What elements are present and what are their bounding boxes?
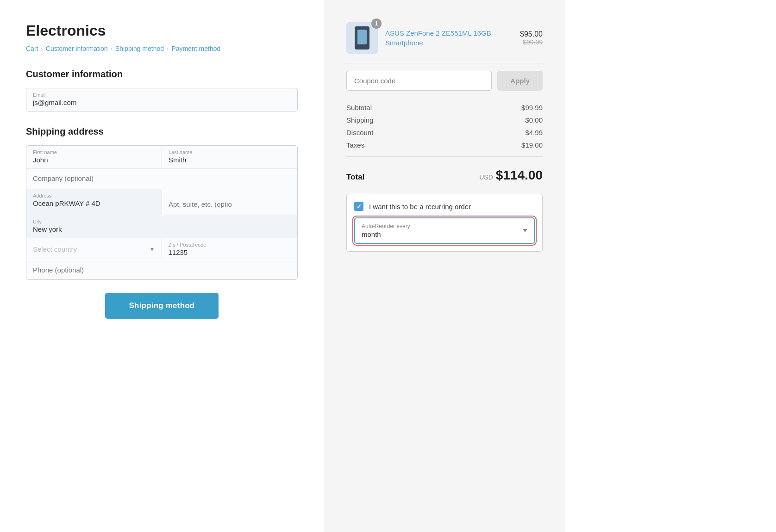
name-row: First name Last name — [26, 146, 297, 169]
zip-label: Zip / Postal code — [169, 242, 291, 247]
email-block: Email js@gmail.com — [26, 88, 298, 111]
email-value: js@gmail.com — [33, 99, 291, 106]
discount-label: Discount — [346, 129, 373, 136]
shipping-method-button[interactable]: Shipping method — [105, 293, 219, 319]
breadcrumb: Cart › Customer information › Shipping m… — [26, 45, 298, 52]
sep3: › — [167, 45, 169, 52]
auto-reorder-value: month — [362, 230, 410, 238]
total-amount: $114.00 — [496, 168, 543, 183]
address-input[interactable] — [33, 199, 155, 207]
auto-reorder-dropdown[interactable]: Auto-Reorder every month — [354, 217, 535, 244]
taxes-row: Taxes $19.00 — [346, 141, 543, 149]
city-label: City — [33, 219, 291, 224]
phone-row — [26, 261, 297, 279]
product-image-wrapper: 1 — [346, 22, 378, 54]
zip-cell: Zip / Postal code — [162, 238, 298, 261]
city-cell: City — [26, 215, 297, 238]
taxes-label: Taxes — [346, 141, 364, 149]
phone-input[interactable] — [33, 266, 291, 274]
coupon-row: Apply — [346, 71, 543, 91]
subtotal-row: Subtotal $99.99 — [346, 104, 543, 111]
zip-input[interactable] — [169, 248, 291, 256]
total-row: Total USD $114.00 — [346, 164, 543, 183]
email-label: Email — [33, 92, 291, 98]
last-name-input[interactable] — [169, 156, 291, 164]
recurring-label: I want this to be a recurring order — [369, 203, 471, 210]
taxes-value: $19.00 — [521, 141, 543, 149]
company-input[interactable] — [33, 173, 291, 184]
totals-block: Subtotal $99.99 Shipping $0.00 Discount … — [346, 104, 543, 183]
company-row — [26, 169, 297, 189]
recurring-block: I want this to be a recurring order Auto… — [346, 194, 543, 252]
country-zip-row: Select country ▼ Zip / Postal code — [26, 238, 297, 261]
price-current: $95.00 — [520, 30, 543, 38]
address-label: Address — [33, 193, 155, 198]
first-name-label: First name — [33, 149, 155, 155]
total-value-wrapper: USD $114.00 — [479, 168, 543, 183]
address-cell: Address — [26, 189, 162, 215]
sep2: › — [111, 45, 113, 52]
apt-cell — [162, 189, 297, 215]
right-panel: 1 ASUS ZenFone 2 ZE551ML 16GB Smartphone… — [324, 0, 565, 532]
recurring-checkbox[interactable] — [354, 202, 363, 211]
auto-reorder-text: Auto-Reorder every month — [362, 223, 410, 238]
sep1: › — [41, 45, 43, 52]
price-original: $99.99 — [520, 38, 543, 46]
auto-reorder-label: Auto-Reorder every — [362, 223, 410, 229]
first-name-cell: First name — [26, 146, 162, 168]
first-name-input[interactable] — [33, 156, 155, 164]
store-title: Electronics — [26, 22, 298, 39]
product-badge: 1 — [371, 19, 382, 29]
address-row: Address — [26, 189, 297, 215]
apt-input[interactable] — [169, 193, 291, 210]
phone-cell — [26, 261, 297, 279]
discount-row: Discount $4.99 — [346, 129, 543, 136]
product-row: 1 ASUS ZenFone 2 ZE551ML 16GB Smartphone… — [346, 22, 543, 54]
apply-button[interactable]: Apply — [497, 71, 543, 91]
subtotal-label: Subtotal — [346, 104, 372, 111]
company-cell — [26, 169, 297, 189]
shipping-row: Shipping $0.00 — [346, 116, 543, 124]
shipping-label: Shipping — [346, 116, 373, 124]
total-label: Total — [346, 173, 364, 182]
recurring-checkbox-row: I want this to be a recurring order — [354, 202, 535, 211]
breadcrumb-cart[interactable]: Cart — [26, 45, 38, 52]
customer-info-title: Customer information — [26, 69, 298, 80]
phone-icon — [355, 26, 369, 49]
last-name-label: Last name — [169, 149, 291, 155]
last-name-cell: Last name — [162, 146, 297, 168]
address-block: First name Last name Address — [26, 145, 298, 280]
product-prices: $95.00 $99.99 — [520, 30, 543, 46]
discount-value: $4.99 — [525, 129, 543, 136]
breadcrumb-payment-method[interactable]: Payment method — [171, 45, 220, 52]
breadcrumb-customer-info[interactable]: Customer information — [46, 45, 108, 52]
dropdown-arrow-icon — [523, 229, 527, 232]
product-info: ASUS ZenFone 2 ZE551ML 16GB Smartphone — [385, 28, 513, 48]
shipping-address-title: Shipping address — [26, 126, 298, 137]
shipping-value: $0.00 — [525, 116, 543, 124]
subtotal-value: $99.99 — [521, 104, 543, 111]
coupon-input[interactable] — [346, 71, 492, 91]
city-input[interactable] — [33, 225, 291, 233]
left-panel: Electronics Cart › Customer information … — [0, 0, 324, 532]
divider2 — [346, 156, 543, 157]
country-placeholder: Select country — [33, 245, 77, 253]
product-name: ASUS ZenFone 2 ZE551ML 16GB Smartphone — [385, 28, 513, 48]
city-row: City — [26, 215, 297, 238]
chevron-down-icon: ▼ — [150, 246, 155, 253]
email-wrapper: Email js@gmail.com — [26, 88, 298, 111]
divider1 — [346, 63, 543, 63]
total-currency: USD — [479, 173, 493, 181]
country-cell[interactable]: Select country ▼ — [26, 238, 162, 261]
breadcrumb-shipping-method[interactable]: Shipping method — [115, 45, 164, 52]
